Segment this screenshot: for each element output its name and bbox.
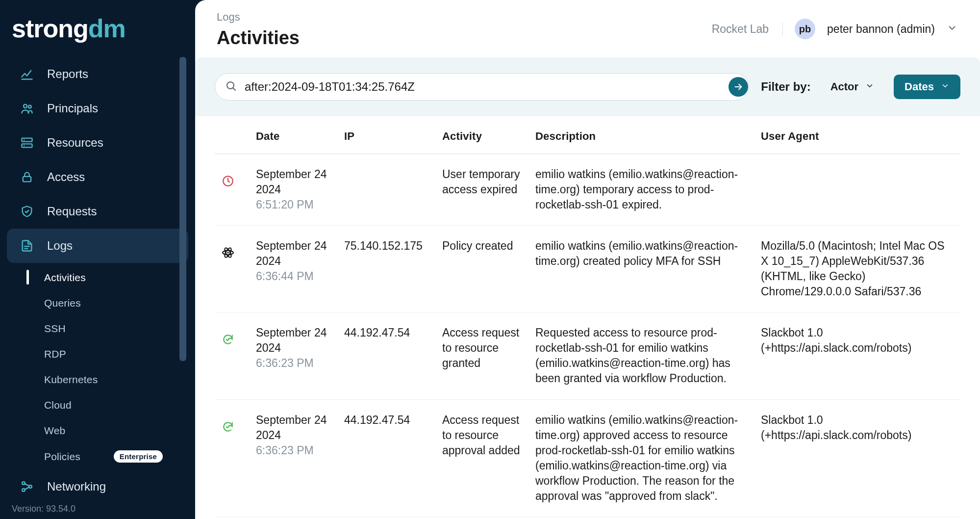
org-name: Rocket Lab	[712, 23, 783, 36]
svg-point-12	[227, 252, 228, 253]
cell-ip: 44.192.47.54	[337, 312, 435, 399]
main-panel: Logs Activities Rocket Lab pb peter bann…	[195, 0, 980, 519]
th-date[interactable]: Date	[249, 116, 337, 154]
table-row[interactable]: September 24 20246:36:23 PM44.192.47.54A…	[215, 312, 960, 399]
sidebar-item-label: Principals	[47, 102, 98, 115]
subnav-queries[interactable]: Queries	[25, 290, 195, 316]
subnav-label: RDP	[44, 348, 66, 360]
svg-point-5	[24, 145, 25, 146]
row-status-icon	[215, 154, 249, 226]
cell-user-agent: Mozilla/5.0 (Macintosh; Intel Mac OS X 1…	[754, 226, 960, 312]
chevron-down-icon	[941, 80, 950, 93]
filter-bar: Filter by: Actor Dates	[195, 57, 980, 116]
cell-description: Requested access to resource prod-rocket…	[528, 312, 754, 399]
table-row[interactable]: September 24 20246:36:44 PM75.140.152.17…	[215, 226, 960, 312]
reports-icon	[20, 67, 34, 81]
cell-date: September 24 20246:51:20 PM	[249, 154, 337, 226]
sidebar-item-label: Access	[47, 170, 85, 184]
subnav-label: Policies	[44, 451, 80, 463]
cell-user-agent: Slackbot 1.0 (+https://api.slack.com/rob…	[754, 312, 960, 399]
subnav-activities[interactable]: Activities	[25, 265, 195, 290]
sidebar-item-label: Resources	[47, 136, 103, 150]
sidebar-item-logs[interactable]: Logs	[7, 229, 188, 263]
page-title: Activities	[217, 27, 300, 49]
search-icon	[225, 80, 237, 94]
filter-actor-label: Actor	[830, 80, 858, 93]
subnav-policies[interactable]: Policies Enterprise	[25, 443, 195, 469]
requests-icon	[20, 204, 34, 219]
svg-rect-3	[22, 144, 32, 147]
table-row[interactable]: September 24 20246:36:23 PM44.192.47.54A…	[215, 399, 960, 517]
cell-ip: 75.140.152.175	[337, 226, 435, 312]
filter-actor-dropdown[interactable]: Actor	[820, 75, 885, 99]
table-row[interactable]: September 24 20246:51:20 PMUser temporar…	[215, 154, 960, 226]
th-description[interactable]: Description	[528, 116, 754, 154]
sidebar-item-networking[interactable]: Networking	[7, 469, 188, 504]
subnav-label: Kubernetes	[44, 374, 98, 386]
logs-subnav: Activities Queries SSH RDP Kubernetes Cl…	[25, 265, 195, 469]
search-input[interactable]	[245, 80, 717, 94]
subnav-label: SSH	[44, 323, 66, 335]
svg-point-1	[28, 105, 31, 108]
search-submit-button[interactable]	[729, 77, 748, 97]
activities-table-wrap: Date IP Activity Description User Agent …	[195, 116, 980, 519]
svg-rect-2	[22, 138, 32, 142]
brand-part2: dm	[88, 14, 126, 43]
chevron-down-icon	[865, 80, 874, 93]
avatar[interactable]: pb	[795, 19, 815, 39]
th-ip[interactable]: IP	[337, 116, 435, 154]
activities-table: Date IP Activity Description User Agent …	[215, 116, 960, 517]
cell-activity: Access request to resource approval adde…	[435, 399, 528, 517]
networking-icon	[20, 479, 34, 494]
subnav-cloud[interactable]: Cloud	[25, 392, 195, 418]
resources-icon	[20, 135, 34, 150]
filter-dates-dropdown[interactable]: Dates	[894, 75, 960, 99]
svg-rect-6	[23, 177, 31, 182]
row-status-icon	[215, 312, 249, 399]
sidebar-item-label: Logs	[47, 239, 73, 253]
user-menu-chevron-icon[interactable]	[947, 23, 957, 35]
cell-activity: Access request to resource granted	[435, 312, 528, 399]
sidebar-item-access[interactable]: Access	[7, 160, 188, 194]
cell-date: September 24 20246:36:23 PM	[249, 312, 337, 399]
svg-point-0	[24, 104, 27, 108]
subnav-label: Activities	[44, 272, 86, 284]
sidebar-item-resources[interactable]: Resources	[7, 126, 188, 160]
svg-point-4	[24, 139, 25, 140]
cell-description: emilio watkins (emilio.watkins@reaction-…	[528, 154, 754, 226]
version-label: Version: 93.54.0	[12, 504, 75, 514]
subnav-kubernetes[interactable]: Kubernetes	[25, 367, 195, 392]
cell-activity: User temporary access expired	[435, 154, 528, 226]
subnav-web[interactable]: Web	[25, 418, 195, 443]
sidebar-item-reports[interactable]: Reports	[7, 57, 188, 91]
subnav-rdp[interactable]: RDP	[25, 341, 195, 367]
row-status-icon	[215, 399, 249, 517]
enterprise-badge: Enterprise	[114, 450, 163, 463]
cell-user-agent	[754, 154, 960, 226]
filter-by-label: Filter by:	[761, 80, 810, 94]
subnav-label: Cloud	[44, 399, 72, 411]
sidebar: strongdm Reports Principals Resour	[0, 0, 195, 519]
table-header-row: Date IP Activity Description User Agent	[215, 116, 960, 154]
sidebar-item-label: Networking	[47, 480, 106, 493]
subnav-label: Web	[44, 425, 65, 437]
sidebar-item-principals[interactable]: Principals	[7, 91, 188, 126]
row-status-icon	[215, 226, 249, 312]
sidebar-item-label: Requests	[47, 205, 97, 218]
sidebar-item-label: Reports	[47, 67, 88, 81]
th-activity[interactable]: Activity	[435, 116, 528, 154]
th-user-agent[interactable]: User Agent	[754, 116, 960, 154]
cell-ip	[337, 154, 435, 226]
sidebar-item-requests[interactable]: Requests	[7, 194, 188, 229]
search-wrap	[215, 73, 749, 101]
cell-description: emilio watkins (emilio.watkins@reaction-…	[528, 226, 754, 312]
breadcrumb: Logs	[217, 11, 300, 24]
cell-date: September 24 20246:36:44 PM	[249, 226, 337, 312]
cell-user-agent: Slackbot 1.0 (+https://api.slack.com/rob…	[754, 399, 960, 517]
subnav-label: Queries	[44, 297, 81, 309]
subnav-ssh[interactable]: SSH	[25, 316, 195, 341]
brand-part1: strong	[12, 14, 88, 43]
access-icon	[20, 170, 34, 184]
filter-dates-label: Dates	[905, 80, 934, 93]
cell-description: emilio watkins (emilio.watkins@reaction-…	[528, 399, 754, 517]
